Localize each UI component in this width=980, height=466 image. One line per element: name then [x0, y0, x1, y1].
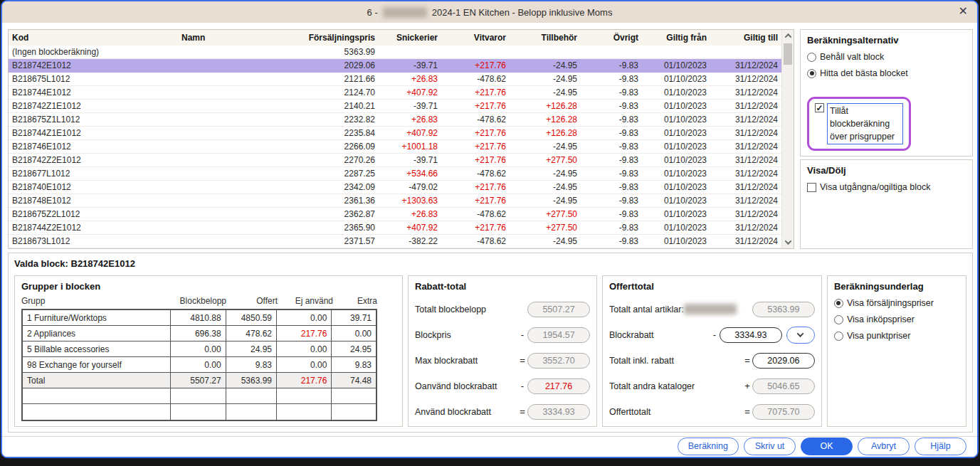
block-table-header: KodNamnFörsäljningsprisSnickerierVitvaro… — [9, 30, 781, 46]
hj-lp-button[interactable]: Hjälp — [915, 438, 966, 455]
groups-table-row: 98 Exchange for yourself0.009.830.009.83 — [23, 357, 376, 373]
groups-column-header: Extra — [333, 296, 377, 306]
offert-value-field-0[interactable]: 5363.99 — [752, 302, 815, 317]
avbryt-button[interactable]: Avbryt — [858, 438, 910, 455]
table-cell: B218744Z1E1012 — [9, 128, 178, 138]
groups-column-header: Ej använd — [278, 296, 333, 306]
table-cell: -24.95 — [510, 142, 581, 152]
groups-table-cell: 0.00 — [277, 357, 332, 372]
groups-table-cell — [277, 404, 332, 420]
vertical-scrollbar[interactable] — [781, 30, 794, 248]
offert-value-field-2[interactable]: 2029.06 — [752, 353, 815, 369]
table-cell: -24.95 — [510, 182, 581, 192]
table-row[interactable]: (Ingen blockberäkning)5363.99 — [9, 46, 781, 59]
groups-table-cell: 1 Furniture/Worktops — [23, 310, 171, 325]
purple-highlight-annotation: ✓ Tillåt blockberäkning över prisgrupper — [807, 97, 911, 151]
table-row[interactable]: B218742Z1E10122140.21-39.71+217.76+126.2… — [9, 100, 781, 113]
table-cell: 31/12/2024 — [710, 196, 781, 206]
table-cell: +26.83 — [379, 115, 441, 125]
calc-option-option: Hitta det bästa blocket — [807, 68, 966, 78]
column-header--vrigt[interactable]: Övrigt — [581, 33, 642, 43]
column-header-namn[interactable]: Namn — [178, 33, 300, 43]
table-row[interactable]: B218746E10122266.09+1001.18+217.76-24.95… — [9, 140, 781, 154]
table-row[interactable]: B218742Z2E10122270.26-39.71+217.76+277.5… — [9, 154, 781, 167]
table-cell: 2266.09 — [300, 142, 379, 152]
basis-option-option: Visa punktpriser — [834, 331, 959, 341]
dropdown-chevron-button[interactable] — [786, 327, 815, 344]
dialog-title-prefix: 6 - — [367, 7, 378, 18]
rabatt-operator-1: - — [517, 329, 527, 340]
table-row[interactable]: B218740E10122342.09-479.02+217.76-24.95-… — [9, 181, 781, 194]
table-row[interactable]: B218677L10122287.25+534.66-478.62-24.95-… — [9, 167, 781, 181]
column-header-f-rs-ljningspris[interactable]: Försäljningspris — [300, 33, 379, 43]
table-row[interactable]: B218673L10122371.57-382.22-478.62-24.95-… — [9, 235, 781, 248]
basis-option-radio-2[interactable] — [834, 332, 843, 341]
table-cell: 31/12/2024 — [710, 182, 781, 192]
table-cell: 31/12/2024 — [710, 128, 781, 138]
scroll-down-icon[interactable] — [782, 236, 794, 248]
show-expired-checkbox[interactable] — [807, 183, 816, 192]
table-cell: 31/12/2024 — [710, 88, 781, 97]
groups-table-cell: 217.76 — [277, 373, 332, 388]
offert-value-field-1[interactable]: 3334.93 — [720, 327, 782, 343]
rabatt-value-field-0[interactable]: 5507.27 — [527, 302, 590, 317]
rabatt-value-field-4[interactable]: 3334.93 — [527, 404, 590, 420]
table-cell: 31/12/2024 — [710, 74, 781, 84]
offert-panel: Offerttotal Totalt antal artiklar:5363.9… — [602, 275, 822, 427]
rabatt-label-2: Max blockrabatt — [415, 356, 517, 366]
column-header-snickerier[interactable]: Snickerier — [379, 33, 441, 43]
ok-button[interactable]: OK — [801, 438, 853, 455]
column-header-kod[interactable]: Kod — [9, 33, 178, 43]
block-calculation-dialog: 6 - 2024-1 EN Kitchen - Belopp inklusive… — [1, 0, 979, 458]
basis-option-option: Visa försäljningspriser — [834, 298, 959, 308]
table-cell: 2361.36 — [300, 196, 379, 206]
table-cell: B218675Z1L1012 — [9, 115, 178, 125]
table-row[interactable]: B218675Z1L10122232.82+26.83-478.62+126.2… — [9, 113, 781, 127]
scrollbar-thumb[interactable] — [784, 43, 792, 65]
rabatt-value-field-3[interactable]: 217.76 — [527, 378, 590, 394]
skriv-ut-button[interactable]: Skriv ut — [744, 438, 796, 455]
calc-option-radio-0[interactable] — [807, 53, 816, 62]
column-header-giltig-fr-n[interactable]: Giltig från — [642, 33, 710, 43]
basis-radios: Visa försäljningspriserVisa inköpspriser… — [834, 298, 959, 341]
table-cell: +217.76 — [441, 142, 510, 152]
table-row[interactable]: B218742E10122029.06-39.71+217.76-24.95-9… — [9, 59, 781, 73]
rabatt-value-field-2[interactable]: 3552.70 — [527, 353, 590, 369]
close-icon[interactable]: ✕ — [959, 4, 968, 18]
offert-value-field-3[interactable]: 5046.65 — [752, 378, 815, 394]
rabatt-line: Max blockrabatt=3552.70 — [415, 352, 590, 369]
table-row[interactable]: B218744E10122124.70+407.92+217.76-24.95-… — [9, 86, 781, 100]
table-row[interactable]: B218744Z2E10122365.90+407.92+217.76+277.… — [9, 221, 781, 235]
column-header-tillbeh-r[interactable]: Tillbehör — [510, 33, 581, 43]
table-cell: +217.76 — [441, 101, 510, 111]
table-cell: B218744E1012 — [9, 88, 178, 97]
table-cell: 2371.57 — [300, 236, 379, 246]
cross-group-checkbox[interactable]: ✓ — [815, 103, 824, 112]
table-row[interactable]: B218675Z2L10122362.87+26.83-478.62+277.5… — [9, 208, 781, 221]
dialog-content: KodNamnFörsäljningsprisSnickerierVitvaro… — [2, 23, 977, 457]
calc-option-radio-1[interactable] — [807, 69, 816, 78]
groups-table: 1 Furniture/Worktops4810.884850.590.0039… — [21, 309, 377, 421]
table-cell: B218675Z2L1012 — [9, 209, 178, 219]
table-cell: +126.28 — [510, 128, 581, 138]
table-cell: 2270.26 — [300, 155, 379, 165]
scroll-up-icon[interactable] — [782, 30, 794, 42]
table-cell: +26.83 — [379, 209, 441, 219]
basis-option-radio-1[interactable] — [834, 315, 843, 324]
groups-table-cell: 5507.27 — [171, 373, 226, 388]
basis-option-radio-0[interactable] — [834, 299, 843, 308]
title-bar: 6 - 2024-1 EN Kitchen - Belopp inklusive… — [2, 1, 977, 23]
table-cell: 01/10/2023 — [642, 60, 710, 70]
table-cell: 01/10/2023 — [642, 223, 710, 233]
cross-group-checkbox-label[interactable]: Tillåt blockberäkning över prisgrupper — [827, 103, 903, 144]
table-cell: +217.76 — [441, 88, 510, 97]
groups-table-cell: 9.83 — [332, 357, 376, 372]
table-row[interactable]: B218744Z1E10122235.84+407.92+217.76+126.… — [9, 127, 781, 140]
column-header-giltig-till[interactable]: Giltig till — [710, 33, 781, 43]
column-header-vitvaror[interactable]: Vitvaror — [441, 33, 510, 43]
table-row[interactable]: B218675L10122121.66+26.83-478.62-24.95-9… — [9, 73, 781, 86]
offert-value-field-4[interactable]: 7075.70 — [752, 404, 815, 420]
ber-kning-button[interactable]: Beräkning — [678, 438, 739, 455]
rabatt-value-field-1[interactable]: 1954.57 — [527, 327, 590, 343]
table-row[interactable]: B218748E10122361.36+1303.63+217.76-24.95… — [9, 194, 781, 208]
